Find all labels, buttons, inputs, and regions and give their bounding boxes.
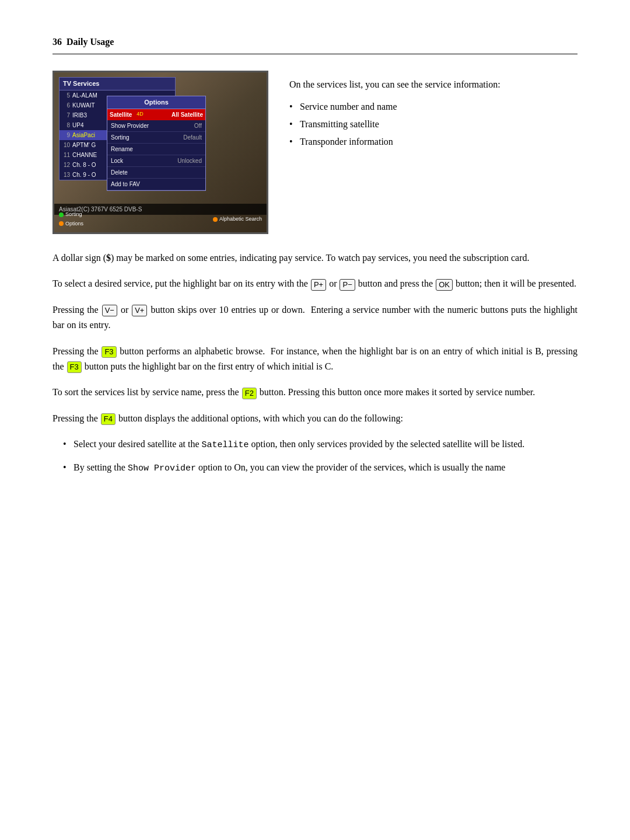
tv-left-buttons: Sorting Options — [59, 211, 83, 228]
options-button: Options — [59, 220, 83, 228]
paragraph-f4-options: Pressing the F4 button displays the addi… — [52, 411, 578, 426]
chapter-number: 36 — [52, 35, 62, 49]
options-list: Select your desired satellite at the Sat… — [63, 437, 578, 476]
options-label: Options — [65, 220, 83, 228]
chapter-title: Daily Usage — [66, 35, 114, 49]
paragraph-skip-entries: Pressing the V− or V+ button skips over … — [52, 302, 578, 333]
tv-services-title: TV Services — [60, 78, 175, 90]
tv-option-row: Add to FAV — [107, 179, 205, 190]
green-dot-icon — [59, 212, 64, 217]
alphabetic-label: Alphabetic Search — [219, 215, 262, 224]
bullet-service-number: Service number and name — [289, 100, 578, 114]
p-plus-key: P+ — [311, 279, 326, 291]
tv-option-row: Show Provider Off — [107, 120, 205, 132]
orange-dot-icon-right — [213, 217, 218, 222]
f4-key: F4 — [101, 413, 116, 425]
paragraph-f2-sort: To sort the services list by service nam… — [52, 385, 578, 400]
service-info-list: Service number and name Transmitting sat… — [289, 100, 578, 149]
info-text-panel: On the services list, you can see the se… — [289, 71, 578, 152]
bullet-transponder-info: Transponder information — [289, 135, 578, 149]
tv-options-title: Options — [107, 96, 205, 109]
top-section: TV Services 5 AL-ALAM 6 KUWAIT 7 IRIB3 8… — [52, 71, 578, 234]
tv-options-panel: Options Satellite 4D All Satellite Show … — [107, 96, 206, 191]
option-satellite: Select your desired satellite at the Sat… — [63, 437, 578, 453]
f3-key-first: F3 — [102, 346, 116, 358]
show-provider-option-name: Show Provider — [128, 463, 196, 473]
v-plus-key: V+ — [132, 305, 147, 316]
sorting-button: Sorting — [59, 211, 83, 219]
satellite-value: All Satellite — [172, 110, 203, 119]
tv-buttons-row: Sorting Options Alphabetic Search — [54, 211, 267, 228]
ok-key: OK — [436, 279, 453, 291]
satellite-flag: 4D — [136, 110, 144, 118]
satellite-option-name: Satellite — [201, 440, 249, 450]
f3-key-second: F3 — [67, 361, 82, 373]
option-show-provider: By setting the Show Provider option to O… — [63, 460, 578, 476]
page-header: 36 Daily Usage — [52, 35, 578, 54]
satellite-label: Satellite — [110, 110, 132, 119]
alphabetic-search-button: Alphabetic Search — [213, 211, 262, 228]
paragraph-select-service: To select a desired service, put the hig… — [52, 276, 578, 291]
tv-option-row: Delete — [107, 167, 205, 179]
tv-option-row: Sorting Default — [107, 132, 205, 144]
tv-option-satellite-row: Satellite 4D All Satellite — [107, 109, 205, 120]
tv-screenshot: TV Services 5 AL-ALAM 6 KUWAIT 7 IRIB3 8… — [52, 71, 268, 234]
tv-option-row: Lock Unlocked — [107, 155, 205, 167]
v-minus-key: V− — [102, 305, 117, 316]
paragraph-dollar-sign: A dollar sign ($) may be marked on some … — [52, 250, 578, 266]
dollar-symbol: $ — [106, 253, 111, 263]
intro-paragraph: On the services list, you can see the se… — [289, 78, 578, 92]
p-minus-key: P− — [340, 279, 355, 291]
bullet-transmitting-satellite: Transmitting satellite — [289, 117, 578, 131]
paragraph-f3-browse: Pressing the F3 button performs an alpha… — [52, 344, 578, 375]
sorting-label: Sorting — [65, 211, 82, 219]
f2-key: F2 — [242, 388, 257, 399]
tv-option-row: Rename — [107, 144, 205, 155]
orange-dot-icon — [59, 221, 64, 226]
